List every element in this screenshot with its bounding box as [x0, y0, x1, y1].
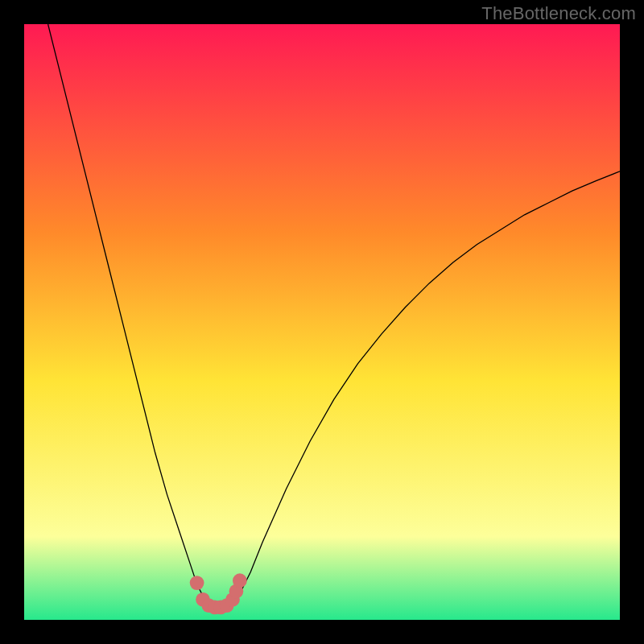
curve-marker [233, 573, 247, 588]
watermark-text: TheBottleneck.com [481, 3, 636, 24]
bottleneck-chart [24, 24, 620, 620]
chart-frame: TheBottleneck.com [0, 0, 644, 644]
curve-marker [190, 576, 204, 590]
gradient-background [24, 24, 620, 620]
